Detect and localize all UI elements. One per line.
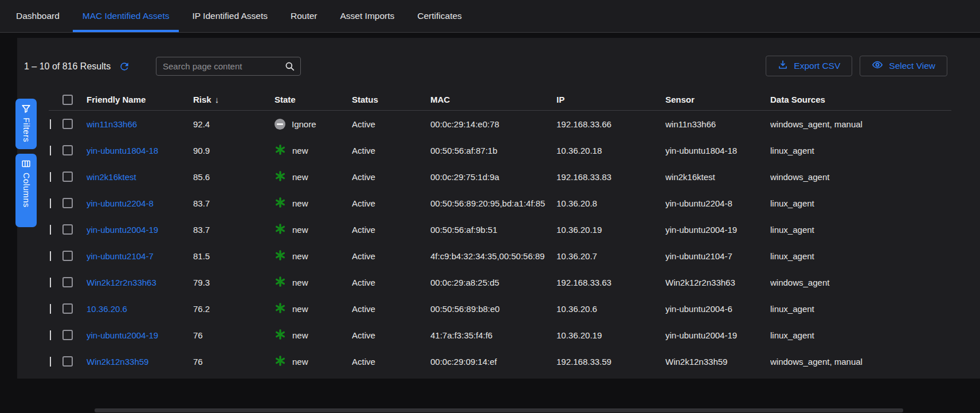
status-value: Active: [352, 330, 430, 340]
expand-chevron-icon[interactable]: [50, 146, 51, 155]
header-data-sources[interactable]: Data Sources: [770, 95, 951, 104]
friendly-name-link[interactable]: Win2k12r2n33h63: [87, 278, 193, 287]
friendly-name-link[interactable]: Win2k12n33h59: [87, 357, 193, 367]
mac-value: 00:50:56:af:9b:51: [430, 225, 556, 235]
state-label: new: [292, 251, 308, 261]
risk-value: 81.5: [193, 251, 275, 261]
friendly-name-link[interactable]: win11n33h66: [87, 119, 193, 129]
select-all-checkbox[interactable]: [62, 95, 73, 105]
risk-value: 79.3: [193, 278, 275, 287]
nav-tab-ip-identified-assets[interactable]: IP Identified Assets: [182, 0, 277, 32]
search-input[interactable]: [156, 61, 284, 71]
friendly-name-link[interactable]: yin-ubuntu2204-8: [87, 198, 193, 208]
columns-label: Columns: [22, 173, 31, 208]
nav-tab-mac-identified-assets[interactable]: MAC Identified Assets: [73, 0, 179, 32]
status-value: Active: [352, 198, 430, 208]
state-label: Ignore: [292, 119, 316, 129]
new-state-icon: [275, 144, 286, 157]
row-checkbox[interactable]: [62, 277, 73, 287]
risk-value: 76: [193, 357, 275, 367]
mac-value: 00:50:56:89:20:95,bd:a1:4f:85: [430, 198, 556, 208]
export-csv-button[interactable]: Export CSV: [766, 56, 852, 76]
ip-value: 10.36.20.8: [556, 198, 665, 208]
status-value: Active: [352, 225, 430, 235]
download-icon: [778, 60, 788, 72]
data-sources-value: windows_agent: [770, 278, 951, 287]
assets-table: Friendly Name Risk↓ State Status MAC IP …: [49, 89, 951, 375]
row-checkbox[interactable]: [62, 303, 73, 314]
row-checkbox[interactable]: [62, 198, 73, 208]
sensor-value: yin-ubuntu2104-7: [665, 251, 770, 261]
search-icon[interactable]: [284, 61, 295, 72]
funnel-icon: [21, 104, 31, 114]
row-checkbox[interactable]: [62, 356, 73, 367]
expand-chevron-icon[interactable]: [50, 251, 51, 261]
sort-desc-icon: ↓: [215, 95, 219, 104]
status-value: Active: [352, 251, 430, 261]
header-mac[interactable]: MAC: [430, 95, 556, 104]
horizontal-scrollbar[interactable]: [95, 408, 903, 412]
row-checkbox[interactable]: [62, 172, 73, 182]
results-summary: 1 – 10 of 816 Results: [24, 61, 130, 72]
header-sensor[interactable]: Sensor: [665, 95, 770, 104]
mac-value: 00:50:56:89:b8:e0: [430, 304, 556, 314]
row-checkbox[interactable]: [62, 330, 73, 340]
data-sources-value: windows_agent, manual: [770, 357, 951, 367]
state-label: new: [292, 278, 308, 287]
expand-chevron-icon[interactable]: [50, 119, 51, 129]
nav-tab-certificates[interactable]: Certificates: [407, 0, 472, 32]
table-row: Win2k12n33h59 76 new Active 00:0c:29:09:…: [49, 348, 951, 375]
friendly-name-link[interactable]: yin-ubuntu2004-19: [87, 225, 193, 235]
friendly-name-link[interactable]: 10.36.20.6: [87, 304, 193, 314]
mac-value: 00:0c:29:a8:25:d5: [430, 278, 556, 287]
select-view-button[interactable]: Select View: [860, 56, 947, 76]
row-checkbox[interactable]: [62, 145, 73, 155]
expand-chevron-icon[interactable]: [50, 304, 51, 314]
sensor-value: Win2k12n33h59: [665, 357, 770, 367]
mac-value: 00:50:56:af:87:1b: [430, 146, 556, 155]
header-friendly-name[interactable]: Friendly Name: [87, 95, 193, 104]
header-state[interactable]: State: [275, 95, 352, 104]
expand-chevron-icon[interactable]: [50, 278, 51, 287]
table-row: yin-ubuntu1804-18 90.9 new Active 00:50:…: [49, 137, 951, 163]
ip-value: 192.168.33.63: [556, 278, 665, 287]
ip-value: 10.36.20.7: [556, 251, 665, 261]
data-sources-value: windows_agent, manual: [770, 119, 951, 129]
friendly-name-link[interactable]: yin-ubuntu1804-18: [87, 146, 193, 155]
row-checkbox[interactable]: [62, 224, 73, 235]
state-label: new: [292, 172, 308, 182]
ip-value: 10.36.20.18: [556, 146, 665, 155]
sensor-value: yin-ubuntu2004-19: [665, 225, 770, 235]
table-row: Win2k12r2n33h63 79.3 new Active 00:0c:29…: [49, 269, 951, 295]
expand-chevron-icon[interactable]: [50, 225, 51, 235]
data-sources-value: linux_agent: [770, 198, 951, 208]
mac-value: 4f:c9:b4:32:34:35,00:50:56:89: [430, 251, 556, 261]
expand-chevron-icon[interactable]: [50, 330, 51, 340]
header-ip[interactable]: IP: [556, 95, 665, 104]
ip-value: 192.168.33.59: [556, 357, 665, 367]
nav-tab-router[interactable]: Router: [281, 0, 327, 32]
sensor-value: Win2k12r2n33h63: [665, 278, 770, 287]
friendly-name-link[interactable]: yin-ubuntu2004-19: [87, 330, 193, 340]
refresh-icon[interactable]: [119, 61, 130, 72]
data-sources-value: linux_agent: [770, 251, 951, 261]
filters-side-tab[interactable]: Filters: [15, 99, 37, 149]
header-status[interactable]: Status: [352, 95, 430, 104]
friendly-name-link[interactable]: win2k16ktest: [87, 172, 193, 182]
columns-side-tab[interactable]: Columns: [15, 154, 37, 227]
expand-chevron-icon[interactable]: [50, 198, 51, 208]
mac-value: 00:0c:29:14:e0:78: [430, 119, 556, 129]
expand-chevron-icon[interactable]: [50, 172, 51, 182]
header-risk[interactable]: Risk↓: [193, 95, 275, 104]
state-label: new: [292, 146, 308, 155]
row-checkbox[interactable]: [62, 119, 73, 129]
nav-tab-asset-imports[interactable]: Asset Imports: [331, 0, 405, 32]
row-checkbox[interactable]: [62, 251, 73, 261]
data-sources-value: linux_agent: [770, 330, 951, 340]
friendly-name-link[interactable]: yin-ubuntu2104-7: [87, 251, 193, 261]
expand-chevron-icon[interactable]: [50, 357, 51, 367]
mac-value: 00:0c:29:75:1d:9a: [430, 172, 556, 182]
new-state-icon: [275, 170, 286, 184]
mac-value: 00:0c:29:09:14:ef: [430, 357, 556, 367]
nav-tab-dashboard[interactable]: Dashboard: [6, 0, 69, 32]
